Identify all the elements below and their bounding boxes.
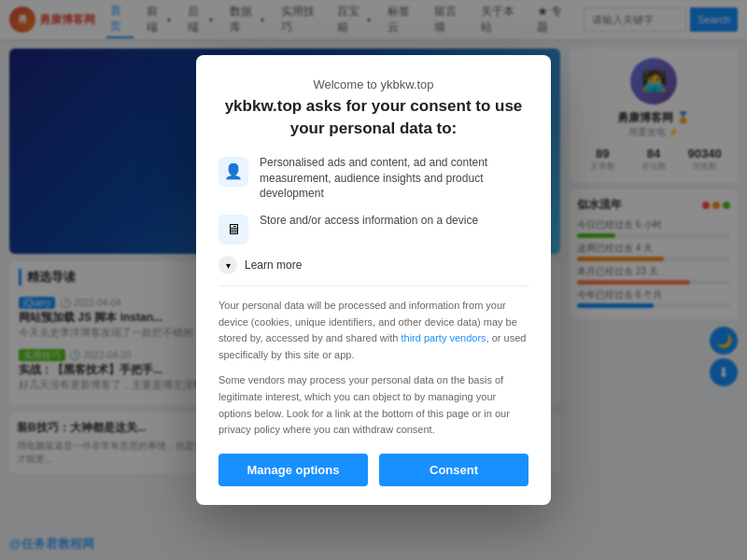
chevron-down-icon[interactable]: ▾ (218, 256, 237, 274)
manage-options-button[interactable]: Manage options (218, 454, 368, 486)
consent-modal: Welcome to ykbkw.top ykbkw.top asks for … (196, 55, 551, 505)
modal-body-text-1: Your personal data will be processed and… (218, 298, 529, 363)
consent-icon-1: 👤 (218, 157, 248, 187)
learn-more-row: ▾ Learn more (218, 256, 529, 274)
modal-title: ykbkw.top asks for your consent to use y… (218, 95, 529, 140)
consent-icon-2: 🖥 (218, 215, 248, 245)
modal-actions: Manage options Consent (218, 454, 529, 486)
consent-item-1: 👤 Personalised ads and content, ad and c… (218, 155, 529, 202)
consent-item-2: 🖥 Store and/or access information on a d… (218, 213, 529, 245)
consent-text-2: Store and/or access information on a dev… (260, 213, 478, 229)
consent-text-1: Personalised ads and content, ad and con… (260, 155, 529, 202)
learn-more-label[interactable]: Learn more (245, 259, 302, 272)
modal-welcome: Welcome to ykbkw.top (218, 77, 529, 91)
modal-overlay: Welcome to ykbkw.top ykbkw.top asks for … (0, 0, 747, 560)
consent-button[interactable]: Consent (379, 454, 529, 486)
third-party-link[interactable]: third party vendors (401, 332, 486, 343)
modal-divider (218, 286, 529, 287)
modal-body-text-2: Some vendors may process your personal d… (218, 372, 529, 438)
